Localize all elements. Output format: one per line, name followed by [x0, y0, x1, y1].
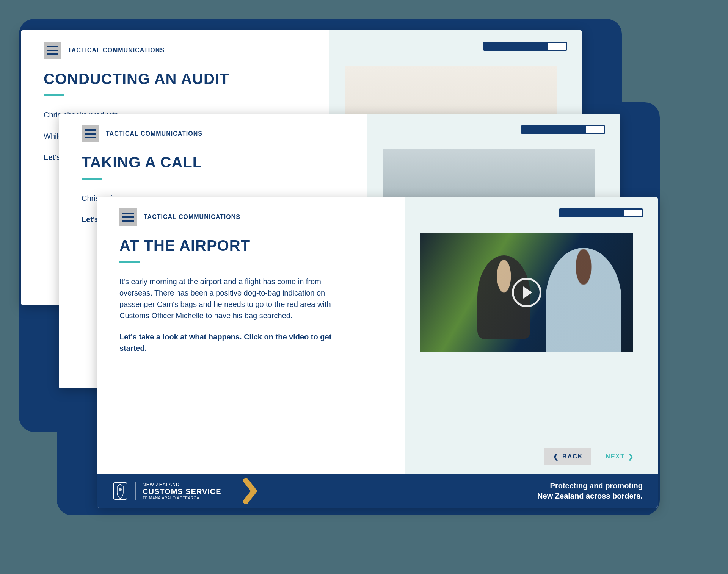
menu-icon[interactable] [82, 125, 99, 142]
chevron-right-icon: ❯ [628, 452, 634, 461]
slide-at-the-airport: TACTICAL COMMUNICATIONS AT THE AIRPORT I… [97, 197, 658, 508]
next-label: NEXT [606, 453, 625, 460]
progress-bar [559, 208, 643, 217]
next-button[interactable]: NEXT ❯ [597, 448, 643, 465]
right-pane: ❮ BACK NEXT ❯ [405, 197, 658, 474]
module-label: TACTICAL COMMUNICATIONS [106, 130, 202, 137]
page-title: CONDUCTING AN AUDIT [44, 70, 307, 88]
accent-bar [119, 261, 140, 263]
back-button[interactable]: ❮ BACK [544, 448, 591, 465]
cta-text: Let's take a look at what happens. Click… [119, 331, 332, 354]
left-pane: TACTICAL COMMUNICATIONS AT THE AIRPORT I… [97, 197, 405, 474]
divider [135, 482, 136, 500]
svg-point-1 [119, 488, 122, 491]
body-paragraph: It's early morning at the airport and a … [119, 276, 332, 321]
accent-bar [44, 94, 64, 96]
crest-icon [112, 481, 129, 501]
menu-icon[interactable] [119, 208, 137, 226]
video-thumbnail[interactable] [420, 233, 633, 352]
chevron-gold-icon [243, 478, 260, 504]
play-icon [512, 278, 541, 307]
module-label: TACTICAL COMMUNICATIONS [144, 214, 240, 221]
footer-tagline: Protecting and promoting New Zealand acr… [537, 481, 643, 501]
back-label: BACK [562, 453, 583, 460]
progress-bar [521, 125, 605, 134]
footer: NEW ZEALAND CUSTOMS SERVICE TE MANA ĀRAI… [97, 474, 658, 508]
chevron-left-icon: ❮ [553, 452, 559, 461]
progress-bar [483, 42, 567, 51]
page-title: TAKING A CALL [82, 154, 345, 171]
accent-bar [82, 178, 102, 180]
module-label: TACTICAL COMMUNICATIONS [68, 47, 165, 54]
page-title: AT THE AIRPORT [119, 237, 383, 254]
menu-icon[interactable] [44, 42, 61, 59]
footer-logo-text: NEW ZEALAND CUSTOMS SERVICE TE MANA ĀRAI… [143, 482, 221, 500]
